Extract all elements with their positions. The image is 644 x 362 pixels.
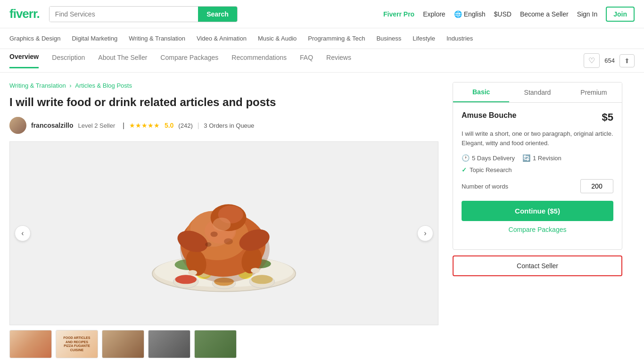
thumb-img-2: FOOD ARTICLESAND RECIPESPIZZA FUGANTECUI… <box>56 330 98 358</box>
package-feature: ✓ Topic Research <box>462 166 613 173</box>
logo-text: fiverr <box>9 7 37 21</box>
svg-point-29 <box>205 242 211 247</box>
cat-lifestyle[interactable]: Lifestyle <box>413 35 435 42</box>
contact-section: Contact Seller <box>453 255 622 276</box>
thumb-img-4 <box>149 330 190 358</box>
carousel-next[interactable]: › <box>417 225 433 241</box>
breadcrumb-child[interactable]: Articles & Blog Posts <box>75 82 132 89</box>
delivery-detail: 🕐 5 Days Delivery <box>462 154 515 162</box>
thumbnail-5[interactable] <box>194 330 237 358</box>
join-button[interactable]: Join <box>606 7 635 22</box>
thumb-text: FOOD ARTICLESAND RECIPESPIZZA FUGANTECUI… <box>64 336 91 352</box>
avatar <box>9 117 26 134</box>
thumbnail-3[interactable] <box>102 330 144 358</box>
seller-level: Level 2 Seller <box>78 122 115 129</box>
main-content: Writing & Translation › Articles & Blog … <box>0 73 632 358</box>
like-count: 654 <box>604 57 615 64</box>
sub-nav-actions: ♡ 654 ⬆ <box>584 53 635 68</box>
search-input[interactable] <box>50 7 198 22</box>
package-price: $5 <box>602 111 613 123</box>
package-details: 🕐 5 Days Delivery 🔄 1 Revision <box>462 154 613 162</box>
avatar-image <box>9 117 26 134</box>
sub-nav: Overview Description About The Seller Co… <box>0 49 644 73</box>
breadcrumb-parent[interactable]: Writing & Translation <box>9 82 66 89</box>
tab-about-seller[interactable]: About The Seller <box>98 54 147 68</box>
image-carousel: ‹ › <box>9 141 438 325</box>
tab-premium[interactable]: Premium <box>566 82 622 102</box>
tab-reviews[interactable]: Reviews <box>326 54 351 68</box>
breadcrumb-separator: › <box>69 82 73 89</box>
revision-label: 1 Revision <box>533 155 561 162</box>
fiverr-pro-link[interactable]: Fiverr Pro <box>383 10 414 18</box>
tab-compare-packages[interactable]: Compare Packages <box>160 54 218 68</box>
cat-industries[interactable]: Industries <box>446 35 473 42</box>
svg-point-20 <box>188 270 197 275</box>
tab-standard[interactable]: Standard <box>509 82 565 102</box>
categories-nav: Graphics & Design Digital Marketing Writ… <box>0 28 644 49</box>
check-icon: ✓ <box>462 166 467 173</box>
continue-button[interactable]: Continue ($5) <box>462 201 613 221</box>
rating-value: 5.0 <box>165 122 173 129</box>
refresh-icon: 🔄 <box>522 154 530 162</box>
cat-business[interactable]: Business <box>376 35 401 42</box>
orders-queue: 3 Orders in Queue <box>204 122 254 129</box>
contact-seller-button[interactable]: Contact Seller <box>453 255 622 276</box>
svg-point-30 <box>213 218 231 231</box>
explore-link[interactable]: Explore <box>423 10 445 18</box>
carousel-image <box>10 142 438 325</box>
cat-writing[interactable]: Writing & Translation <box>129 35 185 42</box>
svg-point-9 <box>175 275 197 284</box>
tab-basic[interactable]: Basic <box>453 82 509 102</box>
currency-selector[interactable]: $USD <box>494 10 512 18</box>
sign-in-link[interactable]: Sign In <box>577 10 598 18</box>
header-right: Fiverr Pro Explore 🌐 English $USD Become… <box>383 7 635 22</box>
svg-point-21 <box>251 268 260 273</box>
thumb-img-1 <box>10 330 51 358</box>
header: fiverr. Search Fiverr Pro Explore 🌐 Engl… <box>0 0 644 28</box>
compare-packages-link[interactable]: Compare Packages <box>462 226 613 233</box>
logo[interactable]: fiverr. <box>9 7 40 21</box>
seller-info: francosalzillo Level 2 Seller | ★★★★★ 5.… <box>9 117 438 134</box>
word-count-input[interactable] <box>580 179 613 193</box>
become-seller-link[interactable]: Become a Seller <box>520 10 569 18</box>
cat-programming[interactable]: Programming & Tech <box>308 35 365 42</box>
thumbnail-2[interactable]: FOOD ARTICLESAND RECIPESPIZZA FUGANTECUI… <box>56 330 98 358</box>
search-button[interactable]: Search <box>198 7 237 22</box>
thumbnail-4[interactable] <box>148 330 190 358</box>
package-header: Amuse Bouche $5 <box>462 111 613 123</box>
share-button[interactable]: ⬆ <box>619 54 635 67</box>
cat-digital[interactable]: Digital Marketing <box>72 35 117 42</box>
delivery-label: 5 Days Delivery <box>472 155 515 162</box>
package-tabs: Basic Standard Premium <box>453 82 622 103</box>
tab-recommendations[interactable]: Recommendations <box>231 54 287 68</box>
thumb-img-3 <box>102 330 144 358</box>
svg-point-13 <box>251 275 273 284</box>
tab-faq[interactable]: FAQ <box>300 54 313 68</box>
carousel-prev[interactable]: ‹ <box>15 225 31 241</box>
package-name: Amuse Bouche <box>462 111 516 120</box>
svg-point-28 <box>224 239 233 245</box>
tab-description[interactable]: Description <box>52 54 85 68</box>
review-count: (242) <box>178 122 192 129</box>
package-body: Amuse Bouche $5 I will write a short, on… <box>453 103 622 249</box>
thumbnail-1[interactable] <box>9 330 52 358</box>
gig-title: I will write food or drink related artic… <box>9 95 438 109</box>
clock-icon: 🕐 <box>462 154 470 162</box>
seller-name[interactable]: francosalzillo <box>31 122 73 129</box>
feature-label: Topic Research <box>470 166 512 173</box>
revision-detail: 🔄 1 Revision <box>522 154 561 162</box>
like-button[interactable]: ♡ <box>584 53 600 68</box>
language-selector[interactable]: 🌐 English <box>454 10 486 18</box>
word-count-row: Number of words <box>462 179 613 193</box>
globe-icon: 🌐 <box>454 10 462 18</box>
rating-stars: ★★★★★ <box>129 122 160 129</box>
tab-overview[interactable]: Overview <box>9 53 39 68</box>
search-bar: Search <box>49 6 238 22</box>
svg-point-27 <box>211 231 218 237</box>
thumbnails: FOOD ARTICLESAND RECIPESPIZZA FUGANTECUI… <box>9 330 438 358</box>
cat-video[interactable]: Video & Animation <box>197 35 247 42</box>
right-column: Basic Standard Premium Amuse Bouche $5 I… <box>453 82 622 358</box>
cat-music[interactable]: Music & Audio <box>258 35 297 42</box>
word-count-label: Number of words <box>462 183 508 190</box>
cat-graphics[interactable]: Graphics & Design <box>9 35 60 42</box>
